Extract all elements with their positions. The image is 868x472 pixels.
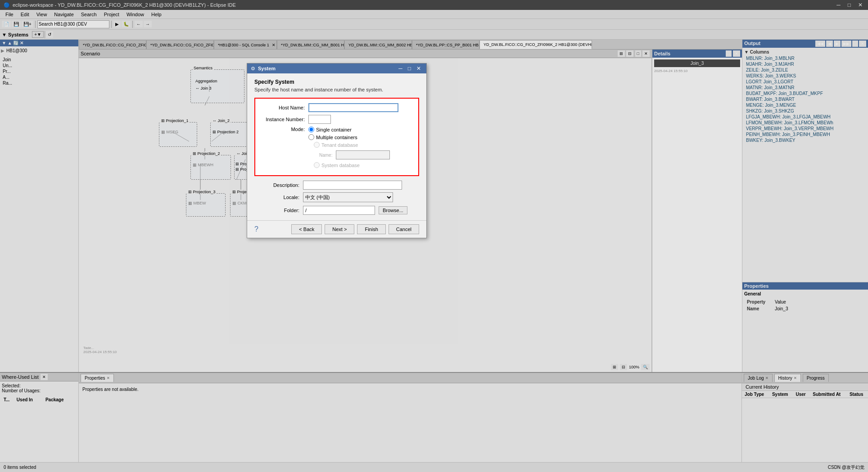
dialog-content: Specify System Specify the host name and… [247,73,426,220]
dialog-title-controls: ─ □ ✕ [397,65,423,72]
dialog-overlay: ⚙ System ─ □ ✕ Specify System Specify th… [0,0,868,472]
tenant-db-radio [314,142,320,148]
mode-row: Mode: Single container Multiple containe… [260,127,414,168]
instance-number-row: Instance Number: [260,115,414,124]
dialog-close-btn[interactable]: ✕ [415,65,423,72]
tenant-db-label: Tenant database [321,142,358,148]
dialog-title-icon: ⚙ [251,66,255,72]
multiple-containers-row: Multiple containers [308,134,390,140]
name-field-row: Name: [319,150,390,159]
dialog-maximize-btn[interactable]: □ [406,65,413,72]
system-db-label: System database [321,163,360,168]
locale-row: Locale: 中文 (中国) English (US) German (Ger… [254,192,419,202]
mode-radio-group: Single container Multiple containers Ten… [308,127,390,168]
dialog-description: Specify the host name and instance numbe… [254,87,419,92]
finish-button[interactable]: Finish [357,224,385,234]
dialog-title: System [258,66,397,71]
dialog-form-box: Host Name: Instance Number: Mode: Single… [254,98,419,176]
locale-select[interactable]: 中文 (中国) English (US) German (Germany) [303,192,393,202]
system-db-row: System database [308,162,390,168]
folder-label: Folder: [254,208,299,213]
description-label: Description: [254,182,299,188]
multiple-containers-label: Multiple containers [316,135,357,140]
host-name-input[interactable] [308,103,398,112]
help-icon[interactable]: ? [254,225,258,233]
browse-button[interactable]: Browse... [379,206,407,214]
description-row: Description: [254,181,419,190]
dialog-section-title: Specify System [254,79,419,85]
description-input[interactable] [303,181,402,190]
locale-label: Locale: [254,195,299,200]
mode-label: Mode: [260,127,305,132]
name-input [336,150,390,159]
dialog-minimize-btn[interactable]: ─ [397,65,404,72]
back-button[interactable]: < Back [291,224,322,234]
cancel-button[interactable]: Cancel [389,224,419,234]
next-button[interactable]: Next > [325,224,354,234]
host-name-label: Host Name: [260,105,305,110]
tenant-db-row: Tenant database [308,142,390,148]
instance-number-input[interactable] [308,115,331,124]
system-dialog: ⚙ System ─ □ ✕ Specify System Specify th… [247,63,427,238]
host-name-row: Host Name: [260,103,414,112]
single-container-label: Single container [316,127,352,132]
system-db-radio [314,162,320,168]
single-container-radio[interactable] [308,127,314,132]
dialog-title-bar: ⚙ System ─ □ ✕ [247,64,426,73]
folder-row: Folder: Browse... [254,206,419,215]
folder-input[interactable] [303,206,375,215]
instance-number-label: Instance Number: [260,117,305,122]
multiple-containers-radio[interactable] [308,134,314,140]
name-label: Name: [319,153,332,158]
single-container-row: Single container [308,127,390,132]
dialog-buttons: ? < Back Next > Finish Cancel [247,220,426,238]
